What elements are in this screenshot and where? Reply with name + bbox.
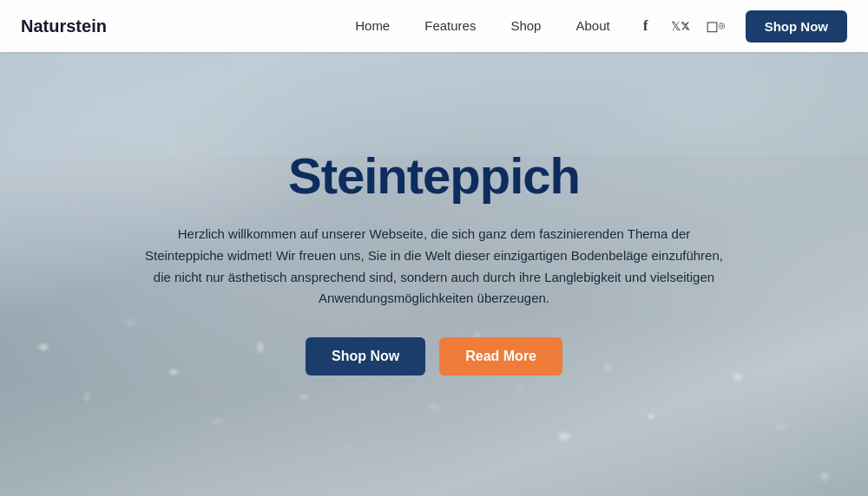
- twitter-icon[interactable]: [671, 16, 690, 36]
- nav-item-shop[interactable]: Shop: [510, 18, 541, 34]
- hero-title: Steinteppich: [139, 147, 729, 205]
- nav-link-about[interactable]: About: [575, 18, 609, 33]
- nav-link-features[interactable]: Features: [424, 18, 476, 33]
- nav-item-home[interactable]: Home: [355, 18, 390, 34]
- svg-point-2: [722, 24, 723, 25]
- navbar: Naturstein Home Features Shop About Shop…: [0, 0, 868, 52]
- hero-description: Herzlich willkommen auf unserer Webseite…: [139, 224, 729, 310]
- brand-logo[interactable]: Naturstein: [21, 16, 107, 36]
- nav-link-shop[interactable]: Shop: [510, 18, 541, 33]
- social-links: [636, 16, 725, 36]
- svg-point-1: [720, 25, 722, 27]
- facebook-icon[interactable]: [636, 16, 655, 36]
- instagram-icon[interactable]: [706, 16, 725, 36]
- svg-rect-0: [719, 23, 724, 29]
- nav-item-about[interactable]: About: [575, 18, 609, 34]
- nav-links: Home Features Shop About: [355, 18, 609, 34]
- nav-link-home[interactable]: Home: [355, 18, 390, 33]
- shop-now-nav-button[interactable]: Shop Now: [746, 10, 847, 42]
- nav-item-features[interactable]: Features: [424, 18, 476, 34]
- hero-buttons: Shop Now Read More: [139, 337, 729, 375]
- hero-section: Steinteppich Herzlich willkommen auf uns…: [0, 0, 868, 496]
- read-more-button[interactable]: Read More: [439, 337, 562, 375]
- shop-now-hero-button[interactable]: Shop Now: [306, 337, 425, 375]
- hero-content: Steinteppich Herzlich willkommen auf uns…: [69, 147, 799, 375]
